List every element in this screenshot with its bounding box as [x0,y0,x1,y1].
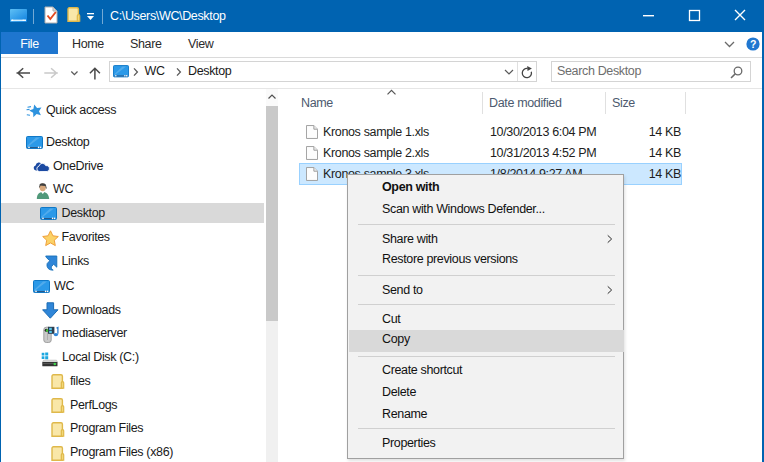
svg-text:?: ? [750,38,756,50]
